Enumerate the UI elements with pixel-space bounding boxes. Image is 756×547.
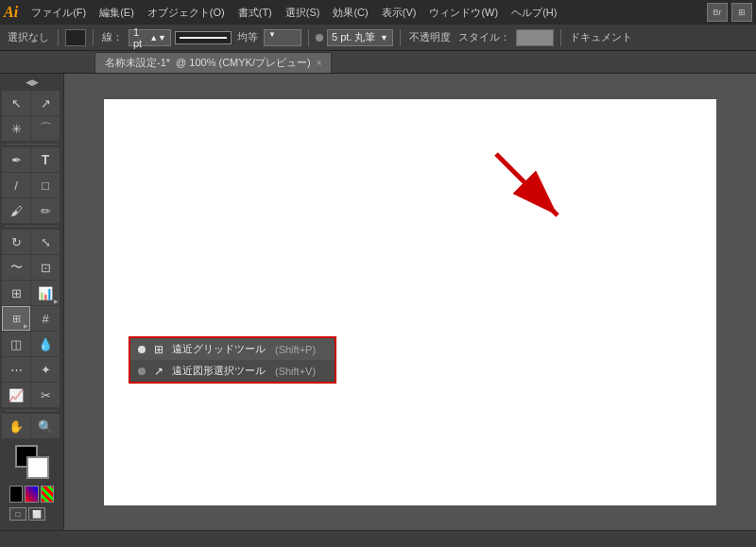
- perspective-tool-arrow: ▶: [24, 322, 28, 329]
- full-screen-btn[interactable]: ⬜: [28, 507, 45, 521]
- tab-title: 名称未設定-1*: [105, 56, 170, 70]
- paintbrush-icon: 🖌: [10, 204, 23, 218]
- pen-tool[interactable]: ✒: [2, 147, 30, 172]
- hand-icon: ✋: [9, 419, 24, 434]
- scale-tool[interactable]: ⤡: [31, 230, 60, 254]
- toolbox-expand[interactable]: ◀▶: [26, 77, 39, 87]
- pencil-icon: ✏: [41, 204, 51, 218]
- blend-tool[interactable]: ⋯: [2, 357, 30, 382]
- artboard: [104, 99, 716, 505]
- flyout-menu: ⊞ 遠近グリッドツール (Shift+P) ↗ 遠近図形選択ツール (Shift…: [129, 336, 336, 384]
- normal-mode-btn[interactable]: [9, 486, 23, 503]
- perspective-grid-icon: ⊞: [12, 313, 21, 325]
- warp-tool[interactable]: 〜: [2, 255, 30, 280]
- slice-icon: ✂: [41, 388, 51, 402]
- gradient-mode-btn[interactable]: [25, 486, 38, 503]
- background-color[interactable]: [26, 456, 49, 479]
- tab-info: @ 100% (CMYK/プレビュー): [176, 56, 311, 70]
- panel-toggle[interactable]: ⊞: [731, 3, 752, 22]
- tool-row-1: ↖ ↗: [2, 91, 61, 115]
- blend-icon: ⋯: [10, 363, 23, 377]
- style-label: スタイル：: [456, 30, 512, 44]
- menu-window[interactable]: ウィンドウ(W): [423, 4, 504, 22]
- stroke-width-input[interactable]: 1 pt▲▼: [129, 29, 171, 46]
- canvas-area: ⊞ 遠近グリッドツール (Shift+P) ↗ 遠近図形選択ツール (Shift…: [64, 74, 756, 530]
- screen-mode-btn[interactable]: □: [9, 507, 26, 521]
- dot-indicator: [316, 34, 323, 42]
- pen-icon: ✒: [11, 153, 22, 167]
- pattern-mode-btn[interactable]: [41, 486, 54, 503]
- gradient-icon: ◫: [10, 337, 22, 351]
- menu-object[interactable]: オブジェクト(O): [142, 4, 231, 22]
- eyedropper-tool[interactable]: 💧: [31, 332, 60, 356]
- zoom-tool[interactable]: 🔍: [31, 414, 60, 438]
- tab-close-button[interactable]: ×: [317, 58, 322, 68]
- style-swatch[interactable]: [516, 29, 554, 46]
- divider-5: [560, 29, 561, 46]
- flyout-item-perspective-grid[interactable]: ⊞ 遠近グリッドツール (Shift+P): [130, 338, 335, 360]
- document-tab[interactable]: 名称未設定-1* @ 100% (CMYK/プレビュー) ×: [94, 52, 332, 73]
- lasso-tool[interactable]: ⌒: [31, 116, 60, 141]
- free-transform-tool[interactable]: ⊡: [31, 255, 60, 280]
- stroke-label: 線：: [100, 30, 125, 44]
- mesh-tool[interactable]: #: [31, 306, 60, 331]
- document-label: ドキュメント: [568, 30, 634, 44]
- tool-separator-3: [6, 410, 58, 411]
- direct-selection-icon: ↗: [41, 96, 51, 111]
- flyout-shortcut-perspective-grid: (Shift+P): [275, 344, 316, 355]
- rotate-tool[interactable]: ↻: [2, 230, 30, 254]
- divider-3: [308, 29, 309, 46]
- flyout-shortcut-perspective-select: (Shift+V): [275, 366, 316, 377]
- divider-4: [400, 29, 401, 46]
- tool-row-4: / □: [2, 173, 61, 197]
- selection-tool[interactable]: ↖: [2, 91, 30, 115]
- menu-view[interactable]: 表示(V): [376, 4, 422, 22]
- fill-color-swatch[interactable]: [65, 29, 86, 46]
- color-section: [2, 443, 61, 481]
- options-bar: 選択なし 線： 1 pt▲▼ 均等 ▼ 5 pt. 丸筆▼ 不透明度 スタイル：…: [0, 25, 756, 51]
- stroke-type-arrow[interactable]: ▼: [264, 29, 301, 46]
- menu-edit[interactable]: 編集(E): [94, 4, 140, 22]
- tool-row-11: ⋯ ✦: [2, 357, 61, 382]
- color-boxes: [15, 445, 49, 479]
- menu-help[interactable]: ヘルプ(H): [506, 4, 562, 22]
- zoom-icon: 🔍: [38, 419, 53, 434]
- bridge-button[interactable]: Br: [707, 3, 728, 22]
- graph-icon: 📊: [38, 286, 53, 300]
- type-tool[interactable]: T: [31, 147, 60, 172]
- brush-size-input[interactable]: 5 pt. 丸筆▼: [327, 29, 393, 46]
- magic-wand-tool[interactable]: ✳: [2, 116, 30, 141]
- menu-select[interactable]: 選択(S): [280, 4, 326, 22]
- paintbrush-tool[interactable]: 🖌: [2, 198, 30, 223]
- slice-tool[interactable]: ✂: [31, 383, 60, 407]
- type-icon: T: [42, 152, 50, 167]
- menu-type[interactable]: 書式(T): [232, 4, 278, 22]
- symbol-sprayer-icon: ✦: [41, 363, 51, 377]
- column-graph-icon: 📈: [9, 388, 24, 402]
- screen-mode-row: □ ⬜: [2, 505, 61, 522]
- line-tool[interactable]: /: [2, 173, 30, 197]
- selection-icon: ↖: [11, 96, 22, 111]
- app-logo: Ai: [4, 4, 18, 21]
- tool-row-5: 🖌 ✏: [2, 198, 61, 223]
- mesh-icon: #: [42, 312, 48, 326]
- flyout-item-perspective-select[interactable]: ↗ 遠近図形選択ツール (Shift+V): [130, 360, 335, 382]
- rect-tool[interactable]: □: [31, 173, 60, 197]
- shape-builder-tool[interactable]: ⊞: [2, 281, 30, 305]
- gradient-tool[interactable]: ◫: [2, 332, 30, 356]
- toolbox: ◀▶ ↖ ↗ ✳ ⌒ ✒ T: [0, 74, 64, 530]
- tool-row-8: ⊞ 📊 ▶: [2, 281, 61, 305]
- graph-tool-arrow: ▶: [54, 298, 59, 304]
- rect-icon: □: [42, 179, 49, 193]
- perspective-grid-tool[interactable]: ⊞ ▶: [2, 306, 30, 331]
- graph-tool[interactable]: 📊 ▶: [31, 281, 60, 305]
- menu-file[interactable]: ファイル(F): [26, 4, 92, 22]
- warp-icon: 〜: [10, 259, 23, 276]
- menu-effect[interactable]: 効果(C): [327, 4, 373, 22]
- pencil-tool[interactable]: ✏: [31, 198, 60, 223]
- selection-label: 選択なし: [6, 30, 51, 44]
- column-graph-tool[interactable]: 📈: [2, 383, 30, 407]
- direct-selection-tool[interactable]: ↗: [31, 91, 60, 115]
- hand-tool[interactable]: ✋: [2, 414, 30, 438]
- symbol-sprayer-tool[interactable]: ✦: [31, 357, 60, 382]
